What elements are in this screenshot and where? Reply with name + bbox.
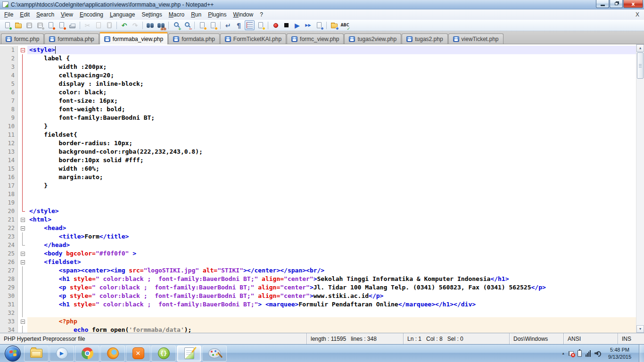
show-all-characters-button[interactable]: ¶ bbox=[234, 20, 244, 30]
tab-formticketkai-php[interactable]: FormTicketKAI.php bbox=[220, 33, 286, 44]
word-wrap-button[interactable]: ↵ bbox=[223, 20, 233, 30]
save-macro-button[interactable] bbox=[314, 20, 324, 30]
code-text[interactable] bbox=[27, 198, 636, 207]
menu-file[interactable]: File bbox=[1, 10, 17, 19]
tab-formmaba-php[interactable]: formmaba.php bbox=[44, 33, 99, 44]
run-macro-multiple-button[interactable]: ▶▶ bbox=[303, 20, 313, 30]
open-file-button[interactable] bbox=[13, 20, 23, 30]
tab-viewticket-php[interactable]: viewTicket.php bbox=[448, 33, 504, 44]
taskbar-mozilla-firefox[interactable] bbox=[100, 346, 125, 362]
code-text[interactable]: <body bgcolor="#f0f0f0" > bbox=[27, 249, 636, 258]
volume-icon[interactable] bbox=[594, 350, 602, 356]
close-file-button[interactable] bbox=[46, 20, 56, 30]
code-text[interactable]: border:10px solid #fff; bbox=[27, 156, 636, 165]
title-bar[interactable]: C:\xampp\htdocs\CodeIgniter\application\… bbox=[0, 0, 644, 9]
code-text[interactable]: <h1 style=" color:black ; font-family:Ba… bbox=[27, 300, 636, 309]
fold-collapse-icon[interactable] bbox=[18, 258, 27, 266]
code-area[interactable]: 1<style>2 label {3 width :200px;4 cellsp… bbox=[0, 44, 636, 333]
new-file-button[interactable] bbox=[2, 20, 12, 30]
start-recording-button[interactable] bbox=[271, 20, 281, 30]
menu-run[interactable]: Run bbox=[188, 10, 205, 19]
scroll-down-button[interactable]: ▼ bbox=[636, 325, 644, 333]
code-text[interactable] bbox=[27, 190, 636, 198]
action-center-icon[interactable] bbox=[569, 351, 574, 356]
scrollbar-thumb[interactable] bbox=[637, 52, 644, 79]
close-button[interactable]: x bbox=[623, 0, 643, 8]
code-text[interactable]: </head> bbox=[27, 241, 636, 249]
code-text[interactable]: <title>Form</title> bbox=[27, 232, 636, 241]
code-text[interactable]: <head> bbox=[27, 224, 636, 232]
code-text[interactable]: width :60%; bbox=[27, 165, 636, 173]
code-text[interactable]: background-color:rgba(222,232,243,0.8); bbox=[27, 148, 636, 156]
show-indent-guide-button[interactable] bbox=[245, 20, 255, 30]
print-button[interactable] bbox=[67, 20, 77, 30]
code-text[interactable]: margin:auto; bbox=[27, 173, 636, 181]
taskbar-clock[interactable]: 5:48 PM 9/13/2015 bbox=[605, 346, 634, 360]
code-text[interactable]: cellspacing=20; bbox=[27, 71, 636, 80]
taskbar-notepad-plus-plus[interactable] bbox=[177, 346, 201, 362]
battery-icon[interactable] bbox=[578, 350, 582, 357]
code-text[interactable]: label { bbox=[27, 54, 636, 63]
code-text[interactable]: color: black; bbox=[27, 88, 636, 97]
zoom-in-button[interactable]: + bbox=[171, 20, 181, 30]
spell-check-button[interactable]: ABC✓ bbox=[340, 20, 350, 30]
code-text[interactable]: <style> bbox=[27, 46, 636, 54]
code-text[interactable]: font-family:BauerBodni BT; bbox=[27, 114, 636, 122]
code-text[interactable]: echo form_open('formmaba/data'); bbox=[27, 326, 636, 333]
code-text[interactable]: font-size: 16px; bbox=[27, 97, 636, 105]
code-text[interactable]: <?php bbox=[27, 317, 636, 326]
start-button[interactable] bbox=[5, 346, 21, 362]
undo-button[interactable]: ↶ bbox=[119, 20, 129, 30]
code-text[interactable]: } bbox=[27, 122, 636, 131]
code-text[interactable]: </style> bbox=[27, 207, 636, 215]
code-text[interactable]: } bbox=[27, 181, 636, 190]
scroll-up-button[interactable]: ▲ bbox=[636, 44, 644, 52]
code-text[interactable]: font-weight: bold; bbox=[27, 105, 636, 114]
menu-settings[interactable]: Settings bbox=[138, 10, 165, 19]
stop-recording-button[interactable] bbox=[281, 20, 291, 30]
tray-expand-icon[interactable]: ▲ bbox=[561, 352, 565, 355]
fold-collapse-icon[interactable] bbox=[18, 249, 27, 258]
fold-collapse-icon[interactable] bbox=[18, 215, 27, 224]
taskbar-xampp-control-panel[interactable]: ✕ bbox=[126, 346, 150, 362]
code-text[interactable]: fieldset{ bbox=[27, 131, 636, 139]
fold-collapse-icon[interactable] bbox=[18, 46, 27, 54]
taskbar-windows-explorer[interactable] bbox=[24, 346, 49, 362]
network-icon[interactable] bbox=[586, 350, 591, 357]
code-text[interactable]: <html> bbox=[27, 215, 636, 224]
code-text[interactable]: width :200px; bbox=[27, 63, 636, 71]
minimize-button[interactable] bbox=[596, 0, 609, 8]
close-all-files-button[interactable] bbox=[57, 20, 66, 30]
play-macro-button[interactable]: ▶ bbox=[292, 20, 302, 30]
sync-vertical-scroll-button[interactable] bbox=[197, 20, 207, 30]
taskbar-ms-paint[interactable] bbox=[202, 346, 227, 362]
menu-plugins[interactable]: Plugins bbox=[205, 10, 230, 19]
code-text[interactable]: border-radius: 10px; bbox=[27, 139, 636, 148]
tab-tugas2-php[interactable]: tugas2.php bbox=[402, 33, 447, 44]
code-text[interactable]: <span><center><img src="logoSTIKI.jpg" a… bbox=[27, 266, 636, 275]
code-text[interactable]: <h1 style=" color:black ; font-family:Ba… bbox=[27, 275, 636, 283]
tab-tugas2view-php[interactable]: tugas2view.php bbox=[344, 33, 401, 44]
code-text[interactable] bbox=[27, 309, 636, 317]
restore-button[interactable] bbox=[610, 0, 623, 8]
menu-edit[interactable]: Edit bbox=[17, 10, 33, 19]
fold-collapse-icon[interactable] bbox=[18, 224, 27, 232]
fold-collapse-icon[interactable] bbox=[18, 317, 27, 326]
menu-macro[interactable]: Macro bbox=[165, 10, 188, 19]
function-completion-button[interactable] bbox=[256, 20, 265, 30]
code-text[interactable]: <fieldset> bbox=[27, 258, 636, 266]
menu-encoding[interactable]: Encoding bbox=[76, 10, 107, 19]
taskbar-windows-media-player[interactable]: ▶ bbox=[50, 346, 74, 362]
tab-formc-view-php[interactable]: formc_view.php bbox=[287, 33, 344, 44]
vertical-scrollbar[interactable]: ▲ ▼ bbox=[636, 44, 644, 333]
close-document-x[interactable]: X bbox=[636, 11, 639, 18]
editor-area[interactable]: 1<style>2 label {3 width :200px;4 cellsp… bbox=[0, 44, 644, 333]
show-desktop-button[interactable] bbox=[639, 345, 644, 362]
menu-language[interactable]: Language bbox=[107, 10, 138, 19]
sync-horizontal-scroll-button[interactable] bbox=[208, 20, 218, 30]
find-button[interactable] bbox=[145, 20, 155, 30]
menu-window[interactable]: Window bbox=[230, 10, 257, 19]
menu-view[interactable]: View bbox=[58, 10, 76, 19]
taskbar-code-braces-app[interactable]: {} bbox=[151, 346, 176, 362]
code-text[interactable]: <p style=" color:black ; font-family:Bau… bbox=[27, 283, 636, 292]
